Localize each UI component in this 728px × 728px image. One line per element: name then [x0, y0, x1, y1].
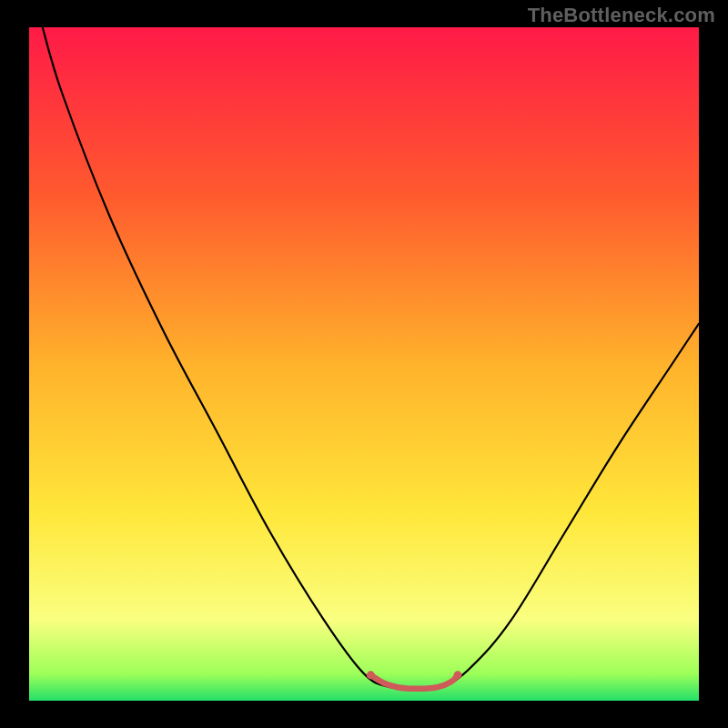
chart-frame: TheBottleneck.com: [0, 0, 728, 728]
chart-background: [29, 27, 699, 701]
watermark-text: TheBottleneck.com: [528, 4, 715, 27]
chart-svg: [29, 27, 699, 701]
chart-plot: [29, 27, 699, 701]
series-optimal-range-endpoint: [453, 671, 461, 679]
series-optimal-range-endpoint: [367, 671, 375, 679]
